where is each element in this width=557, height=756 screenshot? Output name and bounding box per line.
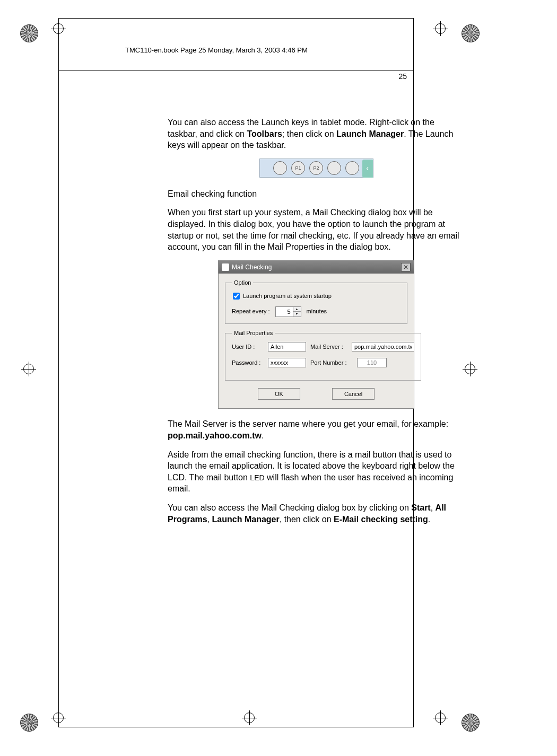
toolbar-launch-button[interactable]: P1 <box>291 161 305 175</box>
launch-toolbar-figure: P1 P2 ‹ <box>259 159 373 178</box>
text: , then click on <box>280 515 334 524</box>
text: , <box>207 515 212 524</box>
crop-mark-icon <box>462 709 487 735</box>
bold-text: E-Mail checking setting <box>334 515 428 524</box>
launch-at-startup-checkbox[interactable] <box>233 293 240 300</box>
dialog-titlebar[interactable]: Mail Checking ✕ <box>219 261 414 274</box>
repeat-value-input[interactable] <box>276 307 293 317</box>
paragraph: You can also access the Launch keys in t… <box>168 117 465 151</box>
toolbar-launch-button[interactable] <box>273 161 287 175</box>
repeat-unit-label: minutes <box>307 307 327 315</box>
page-frame: TMC110-en.book Page 25 Monday, March 3, … <box>58 18 414 727</box>
bold-text: Launch Manager <box>336 129 404 138</box>
ok-button[interactable]: OK <box>258 388 300 400</box>
toolbar-launch-button[interactable] <box>345 161 359 175</box>
bold-text: Toolbars <box>247 129 282 138</box>
bold-text: Start <box>411 503 430 512</box>
spinner-down-icon[interactable]: ▼ <box>293 312 301 317</box>
cancel-button[interactable]: Cancel <box>332 388 375 400</box>
text: ; then click on <box>282 129 336 138</box>
text: You can also access the Mail Checking di… <box>168 503 411 512</box>
bold-text: pop.mail.yahoo.com.tw <box>168 431 262 440</box>
mail-properties-group: Mail Properties User ID : Mail Server : … <box>225 329 421 381</box>
page-number: 25 <box>398 72 407 81</box>
repeat-label: Repeat every : <box>232 307 270 315</box>
crop-mark-icon <box>462 361 487 386</box>
option-legend: Option <box>232 279 253 287</box>
dialog-title-text: Mail Checking <box>232 263 272 271</box>
text: The Mail Server is the server name where… <box>168 419 448 428</box>
toolbar-launch-button[interactable]: P2 <box>309 161 323 175</box>
crop-mark-icon <box>20 709 46 735</box>
bold-text: Launch Manager <box>212 515 280 524</box>
crop-mark-icon <box>20 361 46 386</box>
dialog-icon <box>222 263 229 271</box>
paragraph: Aside from the email checking function, … <box>168 449 465 495</box>
option-group: Option Launch program at system startup … <box>225 279 407 324</box>
small-caps-text: LED <box>250 473 264 482</box>
paragraph: When you first start up your system, a M… <box>168 207 465 252</box>
port-input <box>357 358 387 367</box>
close-button[interactable]: ✕ <box>401 263 411 271</box>
userid-input[interactable] <box>268 342 306 351</box>
spinner-up-icon[interactable]: ▲ <box>293 307 301 312</box>
repeat-spinner[interactable]: ▲ ▼ <box>275 306 301 317</box>
mailserver-label: Mail Server : <box>310 343 347 351</box>
mail-checking-dialog: Mail Checking ✕ Option Launch program at… <box>218 260 414 409</box>
mailserver-input[interactable] <box>352 342 414 351</box>
section-heading: Email checking function <box>168 188 465 200</box>
crop-mark-icon <box>432 20 457 46</box>
taskbar-chevron-icon[interactable]: ‹ <box>362 160 373 178</box>
userid-label: User ID : <box>232 343 264 351</box>
text: , <box>431 503 436 512</box>
crop-mark-icon <box>20 20 46 46</box>
paragraph: The Mail Server is the server name where… <box>168 418 465 441</box>
text: . <box>428 515 430 524</box>
crop-mark-icon <box>432 709 457 735</box>
crop-header-text: TMC110-en.book Page 25 Monday, March 3, … <box>125 46 308 54</box>
port-label: Port Number : <box>310 359 353 367</box>
mail-properties-legend: Mail Properties <box>232 329 275 337</box>
password-input[interactable] <box>268 358 306 367</box>
paragraph: You can also access the Mail Checking di… <box>168 502 465 525</box>
toolbar-launch-button[interactable] <box>327 161 341 175</box>
checkbox-label: Launch program at system startup <box>243 292 332 300</box>
text: . <box>262 431 264 440</box>
password-label: Password : <box>232 359 264 367</box>
crop-mark-icon <box>462 20 487 46</box>
